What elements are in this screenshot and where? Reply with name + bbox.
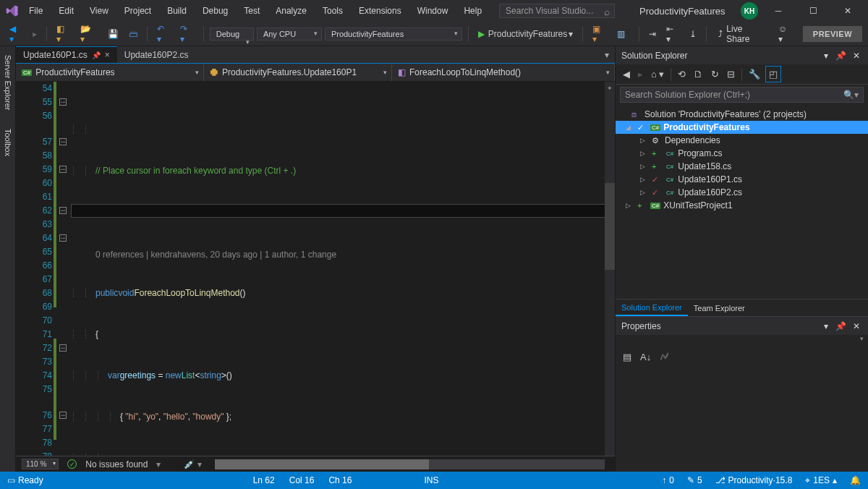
sol-back[interactable]: ◀	[620, 67, 633, 82]
sol-prop[interactable]: 🔧	[746, 67, 763, 82]
menu-tools[interactable]: Tools	[317, 3, 349, 19]
status-repo[interactable]: ⌖ 1ES ▴	[805, 475, 837, 485]
solution-search[interactable]: Search Solution Explorer (Ctrl+;) 🔍▾	[620, 87, 864, 103]
close-icon[interactable]: ×	[105, 50, 110, 60]
tab-update160p1[interactable]: Update160P1.cs 📌 ×	[16, 46, 117, 63]
sol-showall[interactable]: 🗋	[691, 67, 706, 82]
panel-tabs: Solution Explorer Team Explorer	[616, 299, 868, 316]
startup-combo[interactable]: ProductivityFeatures	[325, 27, 462, 41]
solution-tree[interactable]: ⧈Solution 'ProductivityFeatures' (2 proj…	[616, 105, 868, 299]
tree-file-158[interactable]: ▷+C#Update158.cs	[616, 160, 868, 173]
step-btn-3[interactable]: ⤓	[686, 27, 700, 41]
tool-btn-1[interactable]: ▣ ▾	[589, 22, 610, 46]
tab-update160p2[interactable]: Update160P2.cs	[117, 46, 196, 63]
status-publish[interactable]: ↑ 0	[662, 475, 674, 485]
tree-project-1[interactable]: ◢✓C#ProductivityFeatures	[616, 121, 868, 134]
fold-column[interactable]: − − − − − − −	[59, 82, 71, 456]
menu-view[interactable]: View	[84, 3, 114, 19]
tab-team-explorer[interactable]: Team Explorer	[688, 301, 751, 315]
status-ch[interactable]: Ch 16	[328, 475, 352, 485]
menu-window[interactable]: Window	[412, 3, 454, 19]
git-add-icon: +	[652, 149, 662, 158]
sol-collapse[interactable]: ⊟	[724, 67, 738, 82]
avatar[interactable]: KH	[741, 2, 758, 20]
tree-file-160p1[interactable]: ▷✓C#Update160P1.cs	[616, 173, 868, 186]
nav-fwd-button[interactable]: ▸	[29, 27, 41, 41]
tool-btn-2[interactable]: ▥	[613, 27, 629, 41]
platform-combo[interactable]: Any CPU	[257, 27, 322, 41]
nav-project[interactable]: C#ProductivityFeatures	[16, 64, 204, 81]
issues-label[interactable]: No issues found	[85, 459, 148, 469]
menu-build[interactable]: Build	[161, 3, 192, 19]
menu-help[interactable]: Help	[458, 3, 488, 19]
save-all-button[interactable]: 🗃	[125, 27, 141, 41]
git-add-icon: +	[637, 201, 647, 210]
status-branch[interactable]: ⎇ Productivity·15.8	[715, 475, 793, 485]
menu-file[interactable]: File	[23, 3, 48, 19]
undo-button[interactable]: ↶ ▾	[153, 22, 174, 46]
tab-solution-explorer[interactable]: Solution Explorer	[616, 300, 688, 316]
sol-preview[interactable]: ◰	[765, 66, 781, 82]
tree-file-program[interactable]: ▷+C#Program.cs	[616, 147, 868, 160]
config-combo[interactable]: Debug	[210, 27, 254, 41]
ready-icon: ▭	[7, 475, 15, 485]
feedback-button[interactable]: ☺ ▾	[775, 22, 797, 46]
preview-badge[interactable]: PREVIEW	[803, 26, 862, 42]
save-button[interactable]: 💾	[104, 27, 122, 41]
menu-debug[interactable]: Debug	[197, 3, 234, 19]
step-btn-2[interactable]: ⇤ ▾	[663, 22, 684, 46]
menu-extensions[interactable]: Extensions	[353, 3, 407, 19]
codelens-1[interactable]: 0 references | kendrahavens, 20 days ago…	[95, 250, 336, 260]
step-btn-1[interactable]: ⇥	[645, 27, 660, 41]
redo-button[interactable]: ↷ ▾	[176, 22, 197, 46]
start-debug-button[interactable]: ▶ProductivityFeatures ▾	[475, 27, 576, 41]
props-sort-button[interactable]: A↓	[637, 349, 654, 365]
nav-back-button[interactable]: ◀ ▾	[6, 22, 26, 46]
rail-toolbox[interactable]: Toolbox	[2, 124, 14, 161]
tab-overflow-button[interactable]: ▾	[599, 47, 615, 63]
tree-file-160p2[interactable]: ▷✓C#Update160P2.cs	[616, 186, 868, 199]
status-changes[interactable]: ✎ 5	[687, 475, 702, 485]
maximize-button[interactable]: ☐	[799, 0, 827, 22]
rail-server-explorer[interactable]: Server Explorer	[2, 51, 14, 114]
solution-title: Solution Explorer	[621, 51, 687, 61]
sol-home[interactable]: ⌂ ▾	[648, 67, 667, 82]
new-project-button[interactable]: ◧ ▾	[53, 22, 75, 46]
notification-icon[interactable]: 🔔	[850, 475, 861, 485]
tree-project-2[interactable]: ▷+C#XUnitTestProject1	[616, 199, 868, 212]
code-content[interactable]: ┊ ┊ ┊ ┊ // Place cursor in foreach keywo…	[71, 82, 615, 456]
menu-project[interactable]: Project	[119, 3, 157, 19]
tree-deps[interactable]: ▷⚙Dependencies	[616, 134, 868, 147]
pin-icon[interactable]: 📌	[92, 51, 101, 59]
status-ins[interactable]: INS	[424, 475, 438, 485]
close-button[interactable]: ✕	[833, 0, 862, 22]
nav-class-label: ProductivityFeatures.Update160P1	[222, 67, 357, 77]
nav-method[interactable]: ◧ForeachLoopToLinqMethod()	[392, 64, 615, 81]
quick-launch[interactable]: Search Visual Studio...	[499, 4, 615, 18]
nav-class[interactable]: 🞧ProductivityFeatures.Update160P1	[204, 64, 392, 81]
props-events-button[interactable]: 🗲	[657, 349, 672, 365]
props-cat-button[interactable]: ▤	[620, 349, 634, 365]
status-col[interactable]: Col 16	[289, 475, 315, 485]
code-editor[interactable]: 545556 575859606162636465666768697071727…	[16, 82, 615, 456]
vertical-scrollbar[interactable]: ✦	[605, 82, 615, 456]
solution-icon: ⧈	[631, 110, 642, 119]
panel-controls[interactable]: ▾ 📌 ✕	[824, 51, 862, 61]
panel-controls[interactable]: ▾ 📌 ✕	[824, 321, 862, 331]
sol-sync[interactable]: ⟲	[675, 67, 689, 82]
live-share-button[interactable]: ⤴Live Share	[712, 22, 772, 46]
tree-solution-root[interactable]: ⧈Solution 'ProductivityFeatures' (2 proj…	[616, 108, 868, 121]
menu-edit[interactable]: Edit	[53, 3, 80, 19]
menu-test[interactable]: Test	[238, 3, 265, 19]
sol-refresh[interactable]: ↻	[708, 67, 722, 82]
minimize-button[interactable]: ─	[764, 0, 793, 22]
app-title: ProductivityFeatures	[639, 6, 726, 17]
git-mod-icon: ✓	[652, 188, 662, 197]
horizontal-scrollbar[interactable]	[215, 459, 605, 469]
open-file-button[interactable]: 📂 ▾	[77, 22, 101, 46]
git-mod-icon: ✓	[652, 175, 662, 184]
menu-analyze[interactable]: Analyze	[270, 3, 312, 19]
title-bar: File Edit View Project Build Debug Test …	[0, 0, 868, 22]
status-line[interactable]: Ln 62	[253, 475, 275, 485]
zoom-combo[interactable]: 110 %	[22, 459, 59, 469]
